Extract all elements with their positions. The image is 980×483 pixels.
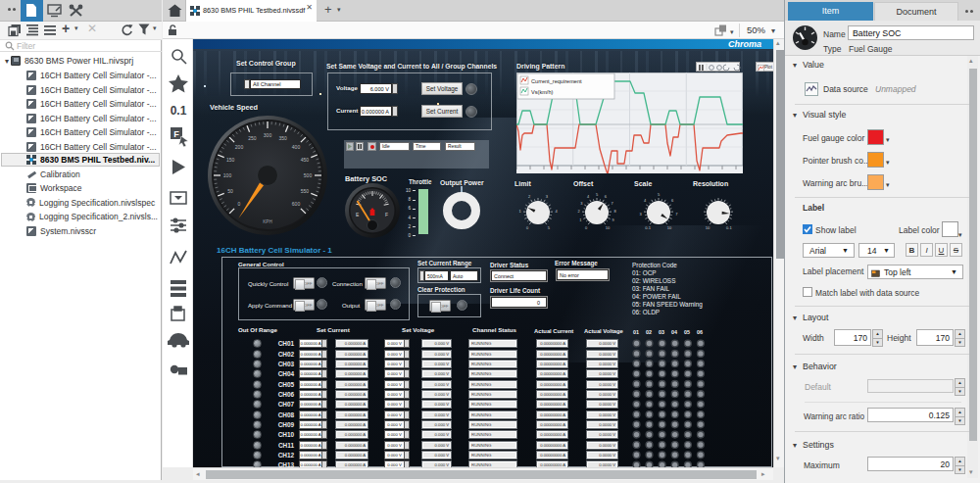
svg-text:4: 4 xyxy=(644,198,647,203)
svg-text:7: 7 xyxy=(675,212,678,217)
svg-text:50: 50 xyxy=(227,188,233,194)
svg-text:0.1: 0.1 xyxy=(726,225,732,230)
svg-text:Vs(km/h): Vs(km/h) xyxy=(531,89,554,95)
svg-text:8: 8 xyxy=(613,209,616,214)
svg-text:9: 9 xyxy=(612,217,615,222)
svg-text:2: 2 xyxy=(577,209,580,214)
svg-text:KPH: KPH xyxy=(263,219,271,224)
svg-text:0: 0 xyxy=(585,225,588,230)
svg-text:5: 5 xyxy=(658,192,661,197)
svg-text:150: 150 xyxy=(226,157,235,163)
svg-text:F: F xyxy=(173,129,179,139)
svg-text:350: 350 xyxy=(279,135,288,141)
svg-text:100: 100 xyxy=(223,172,232,178)
svg-text:400: 400 xyxy=(292,144,301,150)
svg-text:0.1: 0.1 xyxy=(171,104,187,118)
svg-text:Current_requirement: Current_requirement xyxy=(531,78,582,84)
svg-text:6: 6 xyxy=(605,194,608,199)
svg-text:1: 1 xyxy=(579,217,582,222)
svg-text:200: 200 xyxy=(235,144,244,150)
svg-text:10: 10 xyxy=(706,225,710,230)
svg-text:0.1: 0.1 xyxy=(645,225,651,230)
svg-text:4: 4 xyxy=(587,194,590,199)
svg-text:6: 6 xyxy=(671,198,674,203)
svg-text:10: 10 xyxy=(606,225,611,230)
svg-text:4: 4 xyxy=(555,209,558,214)
svg-text:250: 250 xyxy=(248,135,257,141)
svg-text:1: 1 xyxy=(518,209,521,214)
svg-text:3: 3 xyxy=(639,212,642,217)
svg-text:600: 600 xyxy=(292,201,301,207)
svg-text:0: 0 xyxy=(526,225,529,230)
svg-text:2: 2 xyxy=(528,194,531,199)
svg-text:3: 3 xyxy=(546,194,549,199)
svg-text:3: 3 xyxy=(580,201,583,206)
svg-text:500: 500 xyxy=(304,172,313,178)
svg-text:300: 300 xyxy=(264,132,272,138)
svg-text:5: 5 xyxy=(596,192,599,197)
svg-text:450: 450 xyxy=(301,157,310,163)
svg-text:10: 10 xyxy=(667,225,672,230)
svg-text:550: 550 xyxy=(301,188,310,194)
svg-text:F: F xyxy=(385,212,388,217)
svg-text:0: 0 xyxy=(238,201,241,207)
svg-text:5: 5 xyxy=(548,225,551,230)
svg-text:7: 7 xyxy=(611,201,613,206)
